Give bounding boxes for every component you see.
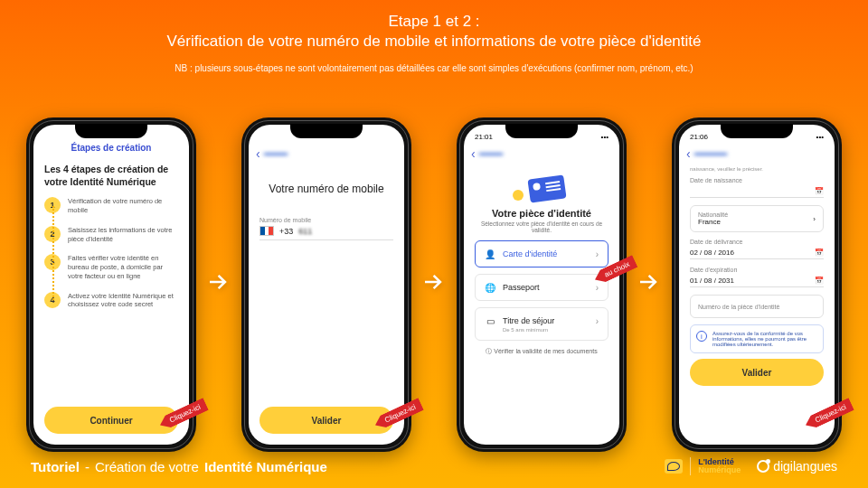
flag-fr-icon bbox=[259, 226, 274, 236]
back-icon[interactable]: ‹ bbox=[686, 146, 691, 161]
field-value: 01 / 08 / 2031 bbox=[690, 277, 734, 285]
blurred-text: ━━━━━━━ bbox=[694, 149, 726, 159]
calendar-icon: 📅 bbox=[815, 187, 824, 195]
expiry-date-field[interactable]: Date d'expiration 01 / 08 / 2031📅 bbox=[690, 267, 824, 287]
info-banner: i Assurez-vous de la conformité de vos i… bbox=[690, 324, 824, 353]
phone1-nav-title: Étapes de création bbox=[33, 143, 189, 153]
continue-button[interactable]: Continuer bbox=[44, 407, 178, 434]
step-item: 3Faites vérifier votre identité en burea… bbox=[44, 254, 178, 280]
digilangues-icon bbox=[757, 460, 769, 473]
step-number-icon: 4 bbox=[44, 292, 61, 308]
step-text: Faites vérifier votre identité en bureau… bbox=[68, 254, 178, 280]
step-item: 1Vérification de votre numéro de mobile bbox=[44, 197, 178, 215]
phone1-screen: Étapes de création Les 4 étapes de créat… bbox=[33, 125, 189, 445]
phone-notch bbox=[505, 124, 578, 138]
validate-button[interactable]: Valider bbox=[259, 407, 393, 434]
option-label: Titre de séjour bbox=[503, 316, 554, 325]
step-number-icon: 2 bbox=[44, 226, 61, 242]
person-icon: 👤 bbox=[485, 249, 495, 259]
field-label: Date de naissance bbox=[690, 177, 824, 183]
phone2-screen: ‹ ━━━━━ Votre numéro de mobile Numéro de… bbox=[249, 125, 404, 445]
chevron-right-icon: › bbox=[596, 283, 599, 293]
step-number-icon: 1 bbox=[44, 197, 61, 213]
separator bbox=[690, 457, 691, 475]
chevron-right-icon: › bbox=[596, 249, 599, 259]
phone-number-value: 611 bbox=[298, 227, 312, 236]
identite-numerique-logo: L'Identité Numérique bbox=[698, 458, 741, 474]
footer-text: Création de votre bbox=[95, 459, 199, 474]
nav-bar: ‹ ━━━━━ bbox=[249, 143, 404, 164]
delivery-date-field[interactable]: Date de délivrance 02 / 08 / 2016📅 bbox=[690, 239, 824, 259]
phone3-subheading: Sélectionnez votre pièce d'identité en c… bbox=[475, 221, 609, 233]
field-value: France bbox=[698, 218, 728, 226]
id-card-icon bbox=[475, 177, 609, 201]
back-icon[interactable]: ‹ bbox=[471, 146, 476, 161]
laposte-logo-icon bbox=[665, 459, 683, 474]
slide-note: NB : plusieurs sous-étapes ne sont volon… bbox=[36, 63, 832, 73]
blurred-text: ━━━━━ bbox=[479, 149, 502, 159]
phone3-heading: Votre pièce d'identité bbox=[475, 208, 609, 219]
nav-bar: ‹ ━━━━━━━ bbox=[679, 143, 835, 164]
blurred-text: ━━━━━ bbox=[264, 149, 287, 159]
footer-left: Tutoriel - Création de votre Identité Nu… bbox=[31, 459, 327, 474]
phone-mockup-2: ‹ ━━━━━ Votre numéro de mobile Numéro de… bbox=[241, 117, 411, 452]
field-label: Numéro de la pièce d'identité bbox=[698, 304, 779, 310]
nationality-select[interactable]: Nationalité France › bbox=[690, 205, 824, 232]
option-sejour[interactable]: ▭ Titre de séjour › De 5 ans minimum bbox=[475, 307, 609, 341]
info-icon: i bbox=[696, 331, 707, 342]
phone3-screen: 21:01••• ‹ ━━━━━ Votre pièce d'identité … bbox=[464, 125, 619, 445]
option-sublabel: De 5 ans minimum bbox=[503, 327, 548, 333]
status-time: 21:01 bbox=[475, 133, 493, 141]
arrow-right-icon bbox=[636, 267, 663, 303]
status-time: 21:06 bbox=[690, 133, 708, 141]
phones-row: Étapes de création Les 4 étapes de créat… bbox=[0, 117, 868, 452]
phone-notch bbox=[721, 124, 793, 138]
card-icon: ▭ bbox=[485, 315, 495, 326]
digilangues-text: digilangues bbox=[773, 459, 837, 474]
slide-title-line2: Vérification de votre numéro de mobile e… bbox=[36, 33, 832, 51]
back-icon[interactable]: ‹ bbox=[256, 146, 260, 161]
nav-bar: ‹ ━━━━━ bbox=[464, 143, 619, 164]
step-text: Saisissez les informations de votre pièc… bbox=[68, 226, 178, 244]
option-cni[interactable]: 👤 Carte d'identité › bbox=[475, 240, 609, 267]
option-label: Carte d'identité bbox=[503, 249, 557, 258]
arrow-right-icon bbox=[420, 267, 448, 303]
step-text: Activez votre Identité Numérique et choi… bbox=[68, 292, 178, 310]
option-passport[interactable]: 🌐 Passeport › bbox=[475, 274, 609, 301]
phone2-heading: Votre numéro de mobile bbox=[259, 183, 393, 195]
footer-right: L'Identité Numérique digilangues bbox=[665, 457, 837, 475]
field-label: Date de délivrance bbox=[690, 239, 824, 245]
footer-dash: - bbox=[85, 459, 90, 474]
verify-docs-link[interactable]: ⓘ Vérifier la validité de mes documents bbox=[475, 347, 609, 356]
phone1-steps: 1Vérification de votre numéro de mobile … bbox=[44, 197, 178, 309]
slide-footer: Tutoriel - Création de votre Identité Nu… bbox=[0, 457, 868, 475]
digilangues-logo: digilangues bbox=[757, 459, 837, 474]
arrow-right-icon bbox=[205, 267, 232, 303]
footer-tutoriel: Tutoriel bbox=[31, 459, 80, 474]
phone-mockup-1: Étapes de création Les 4 étapes de créat… bbox=[26, 117, 196, 452]
phone1-heading: Les 4 étapes de création de votre Identi… bbox=[44, 164, 178, 188]
step-text: Vérification de votre numéro de mobile bbox=[68, 197, 178, 215]
mobile-input[interactable]: +33 611 bbox=[259, 226, 393, 240]
phone-notch bbox=[290, 124, 363, 138]
slide-header: Etape 1 et 2 : Vérification de votre num… bbox=[0, 0, 868, 73]
doc-number-field[interactable]: Numéro de la pièce d'identité bbox=[690, 295, 824, 318]
globe-icon: 🌐 bbox=[485, 282, 495, 293]
step-item: 2Saisissez les informations de votre piè… bbox=[44, 226, 178, 244]
calendar-icon: 📅 bbox=[815, 277, 824, 285]
phone-mockup-4: 21:06••• ‹ ━━━━━━━ naissance, veuillez l… bbox=[672, 117, 842, 452]
calendar-icon: 📅 bbox=[815, 249, 824, 257]
option-label: Passeport bbox=[503, 283, 540, 292]
phone-mockup-3: 21:01••• ‹ ━━━━━ Votre pièce d'identité … bbox=[457, 117, 627, 452]
dob-field[interactable]: Date de naissance 📅 bbox=[690, 177, 824, 198]
country-code: +33 bbox=[279, 227, 293, 236]
step-number-icon: 3 bbox=[44, 254, 61, 270]
field-label: Date d'expiration bbox=[690, 267, 824, 273]
footer-bold: Identité Numérique bbox=[204, 459, 327, 474]
info-text: Assurez-vous de la conformité de vos inf… bbox=[712, 331, 817, 347]
phone4-screen: 21:06••• ‹ ━━━━━━━ naissance, veuillez l… bbox=[679, 125, 835, 445]
field-label: Nationalité bbox=[698, 211, 728, 218]
validate-button[interactable]: Valider bbox=[690, 359, 824, 386]
slide-title-line1: Etape 1 et 2 : bbox=[36, 13, 832, 31]
field-value: 02 / 08 / 2016 bbox=[690, 249, 734, 257]
